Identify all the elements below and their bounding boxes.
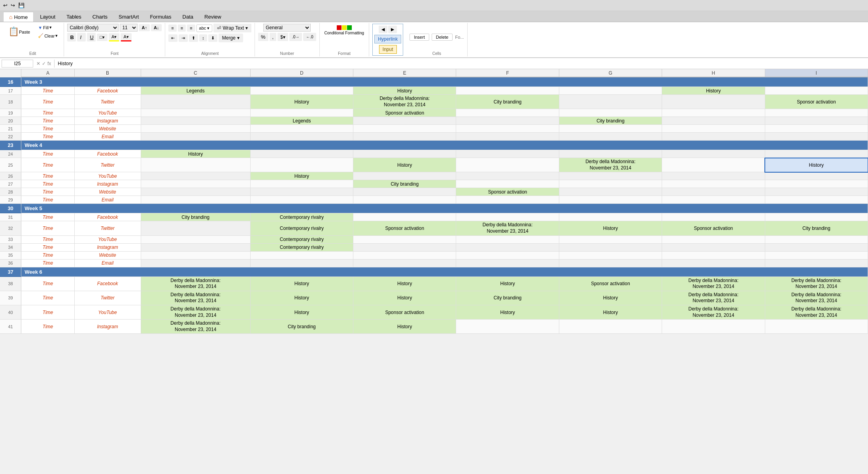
table-cell[interactable]: [353, 133, 456, 141]
table-cell[interactable]: [353, 196, 456, 204]
clear-button[interactable]: 🧹 Clear ▾: [35, 32, 60, 40]
table-cell[interactable]: Time: [21, 95, 74, 109]
table-cell[interactable]: History: [559, 291, 662, 305]
table-cell[interactable]: [559, 196, 662, 204]
table-cell[interactable]: [456, 251, 559, 259]
table-cell[interactable]: [662, 196, 765, 204]
delete-button[interactable]: Delete: [432, 34, 453, 41]
font-size-select[interactable]: 11: [120, 24, 138, 32]
table-cell[interactable]: Week 6: [21, 267, 868, 276]
table-cell[interactable]: Facebook: [74, 213, 141, 221]
table-cell[interactable]: [141, 158, 250, 172]
table-cell[interactable]: [662, 172, 765, 180]
hyperlink-button[interactable]: Hyperlink: [374, 35, 401, 43]
comma-button[interactable]: ,: [270, 33, 277, 41]
table-cell[interactable]: City branding: [765, 221, 868, 235]
table-cell[interactable]: [456, 259, 559, 267]
table-cell[interactable]: [662, 150, 765, 158]
table-cell[interactable]: Derby della Madonnina: November 23, 2014: [662, 305, 765, 319]
align-center-button[interactable]: ≡: [178, 24, 186, 32]
table-cell[interactable]: Legends: [250, 117, 353, 125]
table-cell[interactable]: Time: [21, 259, 74, 267]
table-cell[interactable]: Time: [21, 125, 74, 133]
table-cell[interactable]: Derby della Madonnina: November 23, 2014: [353, 95, 456, 109]
table-cell[interactable]: [765, 196, 868, 204]
table-cell[interactable]: [765, 259, 868, 267]
table-cell[interactable]: History: [250, 276, 353, 291]
table-cell[interactable]: [662, 117, 765, 125]
fill-color-button[interactable]: A▾: [109, 33, 119, 41]
save-icon[interactable]: 💾: [18, 2, 25, 8]
table-cell[interactable]: [765, 125, 868, 133]
table-cell[interactable]: History: [559, 305, 662, 319]
paste-button[interactable]: 📋 Paste: [5, 24, 34, 39]
decrease-font-button[interactable]: A↓: [151, 24, 162, 31]
increase-font-button[interactable]: A↑: [139, 24, 149, 31]
table-cell[interactable]: [559, 150, 662, 158]
table-cell[interactable]: [559, 87, 662, 95]
table-cell[interactable]: History: [456, 305, 559, 319]
table-cell[interactable]: [353, 213, 456, 221]
col-header-h[interactable]: H: [662, 69, 765, 77]
insert-function-icon[interactable]: fx: [47, 61, 51, 66]
cancel-formula-icon[interactable]: ✕: [36, 61, 40, 66]
table-cell[interactable]: [353, 172, 456, 180]
table-cell[interactable]: Sponsor activation: [765, 95, 868, 109]
table-cell[interactable]: [456, 235, 559, 243]
table-cell[interactable]: History: [559, 221, 662, 235]
table-cell[interactable]: Derby della Madonnina: November 23, 2014: [765, 305, 868, 319]
table-cell[interactable]: [662, 188, 765, 196]
indent-decrease-button[interactable]: ⇤: [168, 34, 177, 42]
table-cell[interactable]: [765, 117, 868, 125]
tab-layout[interactable]: Layout: [34, 12, 61, 21]
table-cell[interactable]: [662, 259, 765, 267]
table-cell[interactable]: Time: [21, 251, 74, 259]
align-middle-button[interactable]: ↕: [199, 34, 207, 41]
table-cell[interactable]: [353, 125, 456, 133]
table-cell[interactable]: [662, 243, 765, 251]
table-cell[interactable]: Facebook: [74, 276, 141, 291]
col-header-f[interactable]: F: [456, 69, 559, 77]
table-cell[interactable]: [765, 172, 868, 180]
table-cell[interactable]: Contemporary rivalry: [250, 243, 353, 251]
table-cell[interactable]: YouTube: [74, 172, 141, 180]
decrease-decimal-button[interactable]: ←.0: [303, 33, 316, 41]
table-cell[interactable]: Instagram: [74, 117, 141, 125]
tab-charts[interactable]: Charts: [87, 12, 113, 21]
table-cell[interactable]: City branding: [559, 117, 662, 125]
table-cell[interactable]: [250, 150, 353, 158]
table-cell[interactable]: History: [250, 291, 353, 305]
table-cell[interactable]: Time: [21, 305, 74, 319]
currency-button[interactable]: $▾: [277, 33, 288, 41]
table-cell[interactable]: [662, 251, 765, 259]
table-cell[interactable]: [250, 158, 353, 172]
table-cell[interactable]: [662, 133, 765, 141]
table-cell[interactable]: Time: [21, 158, 74, 172]
col-header-a[interactable]: A: [21, 69, 74, 77]
table-cell[interactable]: [141, 251, 250, 259]
table-cell[interactable]: YouTube: [74, 109, 141, 117]
table-cell[interactable]: [141, 221, 250, 235]
indent-increase-button[interactable]: ⇥: [179, 34, 188, 42]
table-cell[interactable]: History: [765, 158, 868, 172]
table-cell[interactable]: [141, 125, 250, 133]
tab-tables[interactable]: Tables: [61, 12, 87, 21]
tab-review[interactable]: Review: [199, 12, 227, 21]
table-cell[interactable]: [765, 320, 868, 334]
table-cell[interactable]: [559, 320, 662, 334]
font-color-button[interactable]: A▾: [121, 33, 131, 41]
table-cell[interactable]: Week 5: [21, 204, 868, 213]
table-cell[interactable]: Time: [21, 150, 74, 158]
table-cell[interactable]: [559, 109, 662, 117]
table-cell[interactable]: [456, 213, 559, 221]
table-cell[interactable]: [559, 95, 662, 109]
align-left-button[interactable]: ≡: [168, 24, 176, 32]
table-cell[interactable]: Time: [21, 180, 74, 188]
table-cell[interactable]: History: [250, 305, 353, 319]
table-cell[interactable]: Twitter: [74, 158, 141, 172]
col-header-g[interactable]: G: [559, 69, 662, 77]
table-cell[interactable]: [765, 213, 868, 221]
table-cell[interactable]: Derby della Madonnina: November 23, 2014: [559, 158, 662, 172]
conditional-formatting-button[interactable]: Conditional Formatting: [323, 24, 366, 37]
table-cell[interactable]: Time: [21, 213, 74, 221]
